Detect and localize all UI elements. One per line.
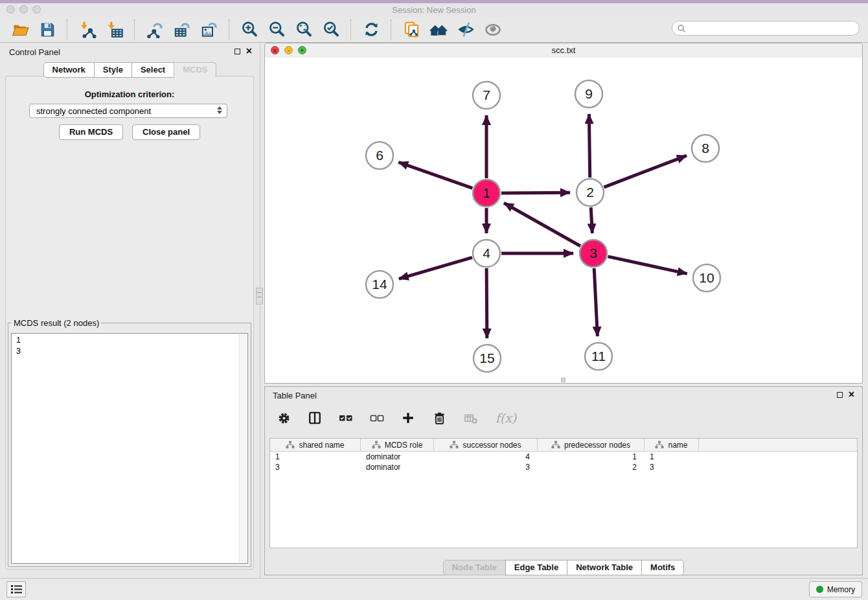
hide-graphics-details-button[interactable] [457,21,475,39]
optimization-criterion-select[interactable]: strongly connected component [29,104,227,118]
graph-edge-4-15[interactable] [486,268,487,338]
table-cell: dominator [361,452,434,461]
node-table: shared nameMCDS rolesuccessor nodesprede… [269,438,858,548]
select-all-button[interactable] [337,410,354,426]
tab-style[interactable]: Style [94,62,132,78]
mcds-result-title: MCDS result (2 nodes) [12,318,101,328]
graph-edge-2-8[interactable] [604,156,687,187]
add-column-button[interactable] [400,410,417,426]
close-panel-button[interactable]: Close panel [132,124,200,140]
deselect-all-button[interactable] [369,410,385,426]
table-panel: Table Panel × f(x) shared nameMCDS roles… [264,386,863,575]
column-header-name[interactable]: name [645,439,699,451]
apply-layout-button[interactable] [362,21,380,39]
export-table-icon [174,21,191,38]
memory-button[interactable]: Memory [809,581,862,597]
graph-edge-4-14[interactable] [399,257,472,279]
network-resize-grip[interactable] [561,378,565,382]
control-panel-title: Control Panel [9,47,60,57]
delete-table-button[interactable] [462,410,479,426]
graph-node-9[interactable]: 9 [575,80,602,108]
delete-table-icon [463,411,478,426]
column-header-predecessor-nodes[interactable]: predecessor nodes [538,439,645,451]
tab-edge-table[interactable]: Edge Table [505,560,567,575]
graph-node-4[interactable]: 4 [473,240,500,267]
delete-column-button[interactable] [431,410,448,426]
export-network-button[interactable] [146,21,164,39]
import-table-button[interactable] [106,21,124,39]
float-table-panel-icon[interactable] [837,392,843,398]
graph-edge-3-1[interactable] [504,203,580,246]
graph-node-10[interactable]: 10 [693,264,720,292]
graph-node-8[interactable]: 8 [692,135,719,162]
zoom-in-button[interactable] [240,21,258,39]
run-mcds-button[interactable]: Run MCDS [59,124,123,140]
svg-text:7: 7 [483,87,490,102]
open-session-button[interactable] [11,21,29,39]
function-builder-button[interactable]: f(x) [493,410,519,426]
tab-node-table[interactable]: Node Table [443,560,506,575]
optimization-criterion-label: Optimization criterion: [6,89,253,99]
tab-mcds[interactable]: MCDS [174,62,216,78]
export-table-button[interactable] [173,21,191,39]
svg-text:10: 10 [699,270,714,285]
svg-text:14: 14 [372,277,387,292]
svg-text:2: 2 [586,185,594,200]
zoom-fit-button[interactable] [295,21,313,39]
split-view-button[interactable] [306,410,323,426]
graph-node-1[interactable]: 1 [473,179,500,207]
clone-network-icon [403,21,420,38]
column-header-shared-name[interactable]: shared name [270,439,361,451]
search-field[interactable] [672,21,860,36]
graph-node-11[interactable]: 11 [585,343,612,370]
show-graphics-details-button[interactable] [484,21,502,39]
graph-edge-2-9[interactable] [589,114,589,178]
fx-icon: f(x) [496,411,517,425]
column-header-label: name [668,441,687,450]
reset-view-button[interactable] [429,21,448,39]
column-header-successor-nodes[interactable]: successor nodes [434,439,538,451]
graph-node-14[interactable]: 14 [366,271,393,298]
graph-node-15[interactable]: 15 [474,345,501,372]
search-input[interactable] [686,22,859,35]
table-row[interactable]: 3dominator323 [270,462,857,472]
tab-network-table[interactable]: Network Table [567,560,642,575]
panel-splitter-grip[interactable] [256,288,263,305]
graph-node-3[interactable]: 3 [580,240,607,267]
svg-text:3: 3 [589,246,597,260]
export-network-icon [146,21,164,38]
tab-motifs[interactable]: Motifs [641,560,684,575]
mcds-result-list[interactable]: 1 3 [11,333,248,564]
create-network-from-selection-button[interactable] [402,21,420,39]
graph-node-6[interactable]: 6 [366,142,393,169]
network-canvas[interactable]: 7968124314101511 [265,58,862,383]
column-header-MCDS-role[interactable]: MCDS role [361,439,434,451]
tab-network[interactable]: Network [43,62,95,78]
control-panel-tabs: NetworkStyleSelectMCDS [0,62,260,78]
column-header-label: shared name [299,441,344,450]
graph-edge-1-2[interactable] [501,192,570,193]
graph-edge-3-10[interactable] [608,257,687,274]
graph-edge-3-11[interactable] [594,268,597,336]
network-window-titlebar[interactable]: x - + scc.txt [265,43,862,58]
column-type-icon [372,441,381,449]
graph-edge-2-3[interactable] [591,207,592,233]
close-table-panel-icon[interactable]: × [849,390,854,399]
zoom-selected-button[interactable] [322,21,340,39]
graph-node-2[interactable]: 2 [577,179,604,206]
save-session-button[interactable] [38,21,56,39]
import-network-button[interactable] [78,21,97,39]
float-panel-icon[interactable] [234,49,240,54]
table-row[interactable]: 1dominator411 [270,452,857,462]
table-options-button[interactable] [275,410,292,426]
task-history-button[interactable] [6,581,26,597]
graph-node-7[interactable]: 7 [473,82,500,109]
result-scrollbar[interactable] [239,334,247,562]
plus-icon [401,411,415,425]
svg-text:1: 1 [483,185,490,200]
tab-select[interactable]: Select [131,62,174,78]
close-panel-icon[interactable]: × [246,47,252,56]
export-image-button[interactable] [200,21,218,39]
graph-edge-1-6[interactable] [398,162,472,188]
zoom-out-button[interactable] [268,21,286,39]
